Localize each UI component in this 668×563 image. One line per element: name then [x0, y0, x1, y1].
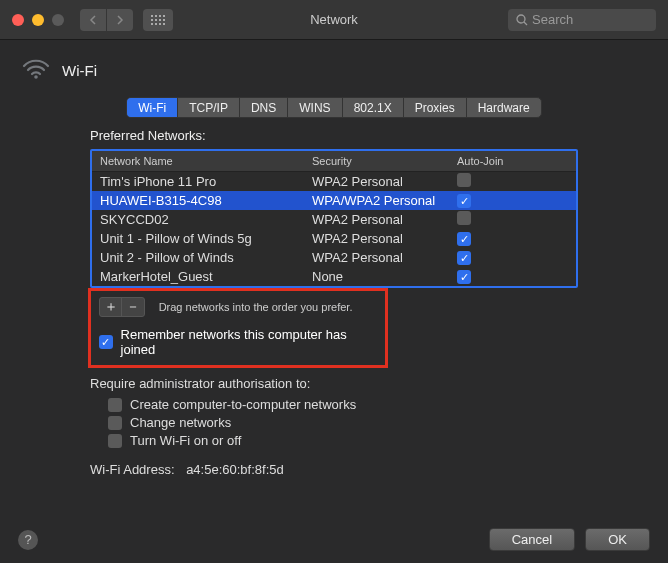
search-field[interactable]: Search: [508, 9, 656, 31]
auth-option: Create computer-to-computer networks: [108, 397, 578, 412]
wifi-icon: [22, 58, 50, 83]
highlight-annotation: ＋ － Drag networks into the order you pre…: [88, 288, 388, 368]
svg-rect-8: [151, 23, 153, 25]
cell-network-name: Tim's iPhone 11 Pro: [92, 173, 304, 190]
search-icon: [516, 14, 528, 26]
remember-networks-label: Remember networks this computer has join…: [121, 327, 377, 357]
zoom-window-button: [52, 14, 64, 26]
tab-proxies[interactable]: Proxies: [404, 98, 467, 117]
wifi-address-value: a4:5e:60:bf:8f:5d: [186, 462, 284, 477]
svg-rect-2: [159, 15, 161, 17]
auto-join-checkbox[interactable]: ✓: [457, 232, 471, 246]
auto-join-checkbox[interactable]: ✓: [457, 251, 471, 265]
table-row[interactable]: Tim's iPhone 11 ProWPA2 Personal: [92, 172, 576, 191]
svg-rect-7: [163, 19, 165, 21]
cell-network-name: HUAWEI-B315-4C98: [92, 192, 304, 209]
drag-hint: Drag networks into the order you prefer.: [159, 301, 353, 313]
cell-security: WPA2 Personal: [304, 230, 449, 247]
networks-table[interactable]: Network Name Security Auto-Join Tim's iP…: [90, 149, 578, 288]
auth-option-checkbox[interactable]: [108, 416, 122, 430]
cell-network-name: Unit 1 - Pillow of Winds 5g: [92, 230, 304, 247]
svg-rect-6: [159, 19, 161, 21]
require-admin-label: Require administrator authorisation to:: [90, 376, 578, 391]
pane-header: Wi-Fi: [0, 40, 668, 93]
tab-bar: Wi-FiTCP/IPDNSWINS802.1XProxiesHardware: [0, 97, 668, 118]
minimize-window-button[interactable]: [32, 14, 44, 26]
auto-join-checkbox[interactable]: ✓: [457, 270, 471, 284]
search-placeholder: Search: [532, 12, 573, 27]
tab-dns[interactable]: DNS: [240, 98, 288, 117]
svg-rect-3: [163, 15, 165, 17]
help-button[interactable]: ?: [18, 530, 38, 550]
cell-network-name: Unit 2 - Pillow of Winds: [92, 249, 304, 266]
wifi-address-label: Wi-Fi Address:: [90, 462, 175, 477]
table-row[interactable]: Unit 1 - Pillow of Winds 5gWPA2 Personal…: [92, 229, 576, 248]
table-header: Network Name Security Auto-Join: [92, 151, 576, 172]
table-row[interactable]: SKYCCD02WPA2 Personal: [92, 210, 576, 229]
cell-auto-join: ✓: [449, 230, 541, 248]
tab-wi-fi[interactable]: Wi-Fi: [127, 98, 178, 117]
col-security[interactable]: Security: [304, 151, 449, 171]
add-network-button[interactable]: ＋: [100, 298, 122, 316]
cell-security: WPA2 Personal: [304, 173, 449, 190]
back-button[interactable]: [80, 9, 106, 31]
auth-option-label: Turn Wi-Fi on or off: [130, 433, 241, 448]
table-row[interactable]: HUAWEI-B315-4C98WPA/WPA2 Personal✓: [92, 191, 576, 210]
svg-rect-5: [155, 19, 157, 21]
tab-tcp-ip[interactable]: TCP/IP: [178, 98, 240, 117]
svg-line-13: [524, 22, 527, 25]
tab-wins[interactable]: WINS: [288, 98, 342, 117]
add-remove-control: ＋ －: [99, 297, 145, 317]
pane-title: Wi-Fi: [62, 62, 97, 79]
svg-rect-10: [159, 23, 161, 25]
auth-option: Change networks: [108, 415, 578, 430]
svg-point-12: [517, 15, 525, 23]
nav-buttons: [80, 9, 133, 31]
auto-join-checkbox[interactable]: [457, 211, 471, 225]
cell-security: None: [304, 268, 449, 285]
auto-join-checkbox[interactable]: [457, 173, 471, 187]
remove-network-button[interactable]: －: [122, 298, 144, 316]
auth-option-checkbox[interactable]: [108, 398, 122, 412]
svg-point-14: [34, 75, 38, 79]
preferred-networks-label: Preferred Networks:: [90, 128, 578, 143]
cell-auto-join: [449, 172, 541, 191]
tab-802-1x[interactable]: 802.1X: [343, 98, 404, 117]
cell-auto-join: [449, 210, 541, 229]
tab-hardware[interactable]: Hardware: [467, 98, 541, 117]
col-network-name[interactable]: Network Name: [92, 151, 304, 171]
cell-security: WPA2 Personal: [304, 211, 449, 228]
auth-option-label: Create computer-to-computer networks: [130, 397, 356, 412]
table-row[interactable]: Unit 2 - Pillow of WindsWPA2 Personal✓: [92, 248, 576, 267]
cancel-button[interactable]: Cancel: [489, 528, 575, 551]
cell-network-name: SKYCCD02: [92, 211, 304, 228]
svg-rect-9: [155, 23, 157, 25]
cell-security: WPA2 Personal: [304, 249, 449, 266]
auth-option-checkbox[interactable]: [108, 434, 122, 448]
cell-network-name: MarkerHotel_Guest: [92, 268, 304, 285]
close-window-button[interactable]: [12, 14, 24, 26]
col-auto-join[interactable]: Auto-Join: [449, 151, 541, 171]
svg-rect-11: [163, 23, 165, 25]
table-row[interactable]: MarkerHotel_GuestNone✓: [92, 267, 576, 286]
show-all-button[interactable]: [143, 9, 173, 31]
titlebar: Network Search: [0, 0, 668, 40]
cell-auto-join: ✓: [449, 192, 541, 210]
remember-networks-checkbox[interactable]: ✓: [99, 335, 113, 349]
auth-option: Turn Wi-Fi on or off: [108, 433, 578, 448]
cell-security: WPA/WPA2 Personal: [304, 192, 449, 209]
cell-auto-join: ✓: [449, 268, 541, 286]
auto-join-checkbox[interactable]: ✓: [457, 194, 471, 208]
cell-auto-join: ✓: [449, 249, 541, 267]
window-controls: [12, 14, 64, 26]
svg-rect-0: [151, 15, 153, 17]
forward-button[interactable]: [107, 9, 133, 31]
svg-rect-1: [155, 15, 157, 17]
auth-option-label: Change networks: [130, 415, 231, 430]
svg-rect-4: [151, 19, 153, 21]
ok-button[interactable]: OK: [585, 528, 650, 551]
footer: ? Cancel OK: [0, 528, 668, 551]
